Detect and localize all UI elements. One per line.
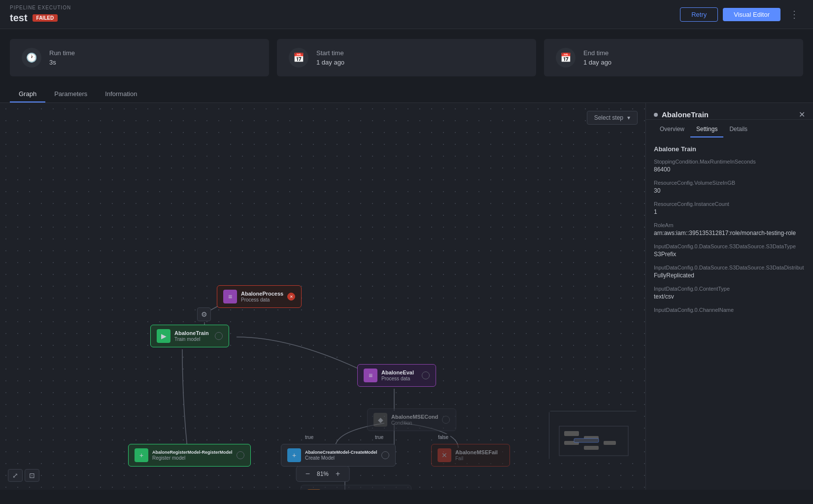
- abaloneprocess-sub: Process data: [241, 297, 283, 302]
- runtime-info: Run time 3s: [49, 49, 75, 66]
- edge-label-true-1: true: [303, 434, 315, 440]
- node-abalonetransform[interactable]: ★ AbaloneTransform Deploy model (batch i…: [301, 485, 411, 490]
- select-step-label: Select step: [594, 114, 623, 121]
- endtime-icon: 📅: [556, 48, 576, 67]
- abaloneprocess-name: AbaloneProcess: [241, 291, 283, 297]
- tab-graph[interactable]: Graph: [10, 86, 45, 102]
- abalonemcecond-name: AbaloneMSECond: [391, 414, 438, 420]
- retry-button[interactable]: Retry: [680, 7, 718, 22]
- gear-node[interactable]: ⚙: [197, 307, 211, 321]
- abalonetrain-icon: ▶: [157, 329, 170, 343]
- runtime-icon: 🕐: [22, 48, 41, 67]
- starttime-info: Start time 1 day ago: [316, 49, 344, 66]
- map-controls: ⤢ ⊡: [8, 469, 39, 482]
- fit-view-button[interactable]: ⊡: [25, 469, 39, 482]
- field-label-channel-name: InputDataConfig.0.ChannelName: [654, 307, 805, 313]
- endtime-label: End time: [583, 49, 611, 57]
- status-badge: Failed: [33, 14, 58, 22]
- panel-tabs: Overview Settings Details: [646, 122, 813, 137]
- expand-button[interactable]: ⤢: [8, 469, 23, 482]
- field-value-volume: 30: [654, 187, 805, 194]
- visual-editor-button[interactable]: Visual Editor: [723, 8, 780, 21]
- stat-card-endtime: 📅 End time 1 day ago: [544, 39, 803, 76]
- pipeline-label: PIPELINE EXECUTION: [10, 5, 71, 10]
- abaloneregister-sub: Register model: [152, 455, 233, 461]
- runtime-label: Run time: [49, 49, 75, 57]
- abalonecreate-name: AbaloneCreateModel-CreateModel: [305, 450, 377, 455]
- panel-title-row: AbaloneTrain: [654, 110, 709, 119]
- svg-rect-5: [564, 431, 579, 436]
- field-value-s3datatype: S3Prefix: [654, 251, 805, 258]
- stats-row: 🕐 Run time 3s 📅 Start time 1 day ago 📅 E…: [0, 29, 813, 86]
- stat-card-runtime: 🕐 Run time 3s: [10, 39, 269, 76]
- node-abalonetrain[interactable]: ▶ AbaloneTrain Train model: [150, 325, 229, 347]
- zoom-value-display: 81%: [317, 470, 329, 477]
- graph-canvas[interactable]: Select step ▾ true true false ⚙: [0, 103, 645, 490]
- main-content: Select step ▾ true true false ⚙: [0, 103, 813, 490]
- mini-map: [549, 411, 638, 460]
- node-abalonemcefail[interactable]: ✕ AbaloneMSEFail Fail: [431, 444, 510, 467]
- zoom-in-button[interactable]: +: [333, 469, 343, 479]
- abalonetrain-status: [215, 332, 223, 340]
- tab-information[interactable]: Information: [96, 86, 146, 102]
- panel-section-title: Abalone Train: [654, 145, 805, 153]
- runtime-value: 3s: [49, 59, 75, 66]
- more-options-button[interactable]: ⋮: [785, 6, 803, 22]
- tab-parameters[interactable]: Parameters: [45, 86, 96, 102]
- abaloneregister-name: AbaloneRegisterModel-RegisterModel: [152, 450, 233, 455]
- right-panel: AbaloneTrain ✕ Overview Settings Details…: [645, 103, 813, 490]
- panel-body: Abalone Train StoppingCondition.MaxRunti…: [646, 137, 813, 490]
- node-abaloneprocess[interactable]: ≡ AbaloneProcess Process data ✕: [217, 285, 302, 308]
- select-step-dropdown[interactable]: Select step ▾: [587, 111, 638, 125]
- field-label-instance: ResourceConfig.InstanceCount: [654, 201, 805, 207]
- abalonemcecond-sub: Condition: [391, 420, 438, 426]
- starttime-label: Start time: [316, 49, 344, 57]
- abalonetransform-icon: ★: [307, 489, 321, 490]
- abaloneeval-sub: Process data: [381, 376, 414, 381]
- field-label-volume: ResourceConfig.VolumeSizeInGB: [654, 180, 805, 186]
- field-value-stopping: 86400: [654, 166, 805, 173]
- field-value-content-type: text/csv: [654, 293, 805, 300]
- zoom-controls: − 81% +: [296, 466, 350, 482]
- abalonecreate-icon: +: [287, 448, 301, 462]
- field-s3datatype: InputDataConfig.0.DataSource.S3DataSourc…: [654, 243, 805, 258]
- field-label-s3datatype: InputDataConfig.0.DataSource.S3DataSourc…: [654, 243, 805, 249]
- panel-tab-overview[interactable]: Overview: [654, 122, 690, 137]
- endtime-info: End time 1 day ago: [583, 49, 611, 66]
- abalonemcefail-sub: Fail: [455, 456, 498, 461]
- abaloneeval-name: AbaloneEval: [381, 370, 414, 375]
- field-label-stopping: StoppingCondition.MaxRuntimeInSeconds: [654, 159, 805, 165]
- header-left: PIPELINE EXECUTION test Failed: [10, 5, 71, 24]
- field-channel-name: InputDataConfig.0.ChannelName: [654, 307, 805, 313]
- abaloneprocess-status: ✕: [287, 293, 295, 301]
- panel-tab-settings[interactable]: Settings: [690, 122, 723, 137]
- title-row: test Failed: [10, 12, 71, 24]
- pipeline-title: test: [10, 12, 28, 24]
- abalonetrain-name: AbaloneTrain: [174, 330, 209, 336]
- field-value-role: arn:aws:iam::395135312817:role/monarch-t…: [654, 230, 805, 236]
- panel-tab-details[interactable]: Details: [723, 122, 753, 137]
- field-instance-count: ResourceConfig.InstanceCount 1: [654, 201, 805, 215]
- field-role-arn: RoleArn arn:aws:iam::395135312817:role/m…: [654, 222, 805, 236]
- field-value-s3distrib: FullyReplicated: [654, 272, 805, 279]
- edge-label-true-2: true: [373, 434, 385, 440]
- tabs-row: Graph Parameters Information: [0, 86, 813, 103]
- abalonemcecond-status: [442, 416, 450, 424]
- abaloneeval-status: [422, 371, 430, 379]
- zoom-out-button[interactable]: −: [303, 469, 313, 479]
- node-abaloneeval[interactable]: ≡ AbaloneEval Process data: [357, 364, 436, 387]
- header-right: Retry Visual Editor ⋮: [680, 6, 803, 22]
- svg-rect-7: [604, 441, 616, 445]
- panel-close-button[interactable]: ✕: [799, 110, 805, 119]
- field-label-content-type: InputDataConfig.0.ContentType: [654, 286, 805, 292]
- field-value-instance: 1: [654, 208, 805, 215]
- mini-map-svg: [549, 411, 638, 461]
- node-abalonecreatemodel[interactable]: + AbaloneCreateModel-CreateModel Create …: [281, 444, 396, 467]
- field-s3distrib: InputDataConfig.0.DataSource.S3DataSourc…: [654, 265, 805, 279]
- abalonetrain-sub: Train model: [174, 336, 209, 342]
- field-label-role: RoleArn: [654, 222, 805, 228]
- field-label-s3distrib: InputDataConfig.0.DataSource.S3DataSourc…: [654, 265, 805, 270]
- starttime-icon: 📅: [289, 48, 308, 67]
- node-abalonemcecond[interactable]: ◆ AbaloneMSECond Condition: [367, 408, 456, 431]
- node-abaloneregistermodel[interactable]: + AbaloneRegisterModel-RegisterModel Reg…: [128, 444, 251, 467]
